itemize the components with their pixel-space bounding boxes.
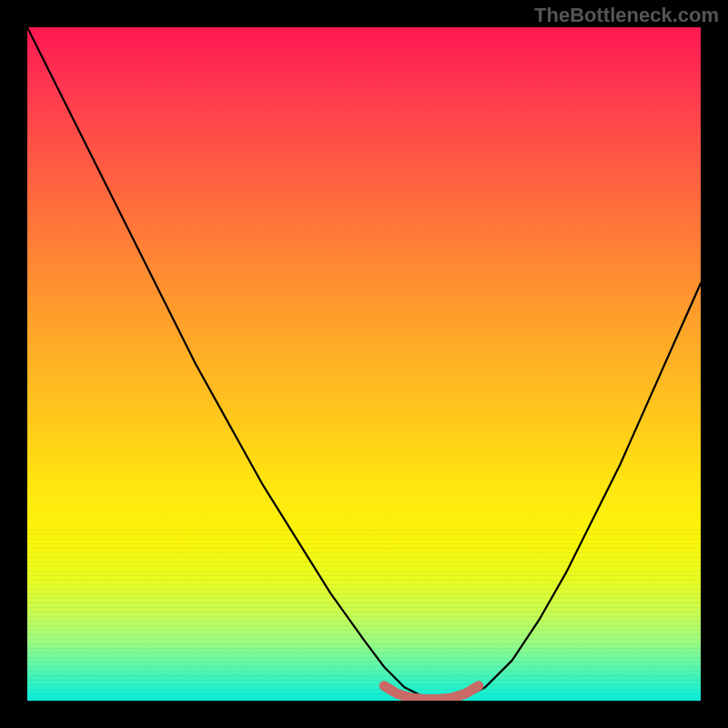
bottleneck-curve xyxy=(27,27,701,700)
target-band xyxy=(384,686,479,700)
plot-area xyxy=(27,27,701,701)
watermark-text: TheBottleneck.com xyxy=(534,4,719,27)
curve-svg xyxy=(27,27,701,701)
chart-frame: TheBottleneck.com xyxy=(0,0,728,728)
